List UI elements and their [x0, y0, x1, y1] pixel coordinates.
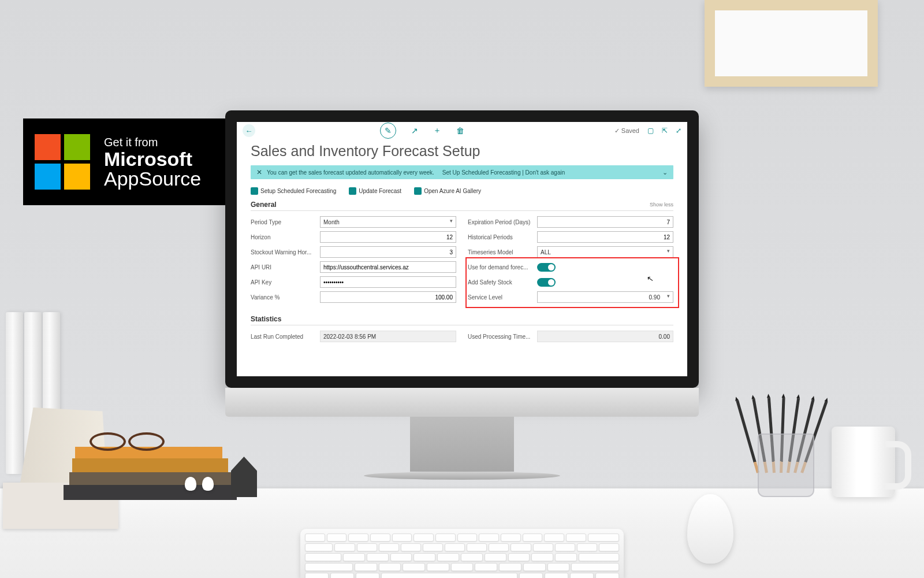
field-period-type: Period Type Month	[251, 214, 456, 229]
historical-periods-input[interactable]	[537, 231, 673, 243]
keyboard	[300, 529, 624, 578]
field-use-demand-forecast: Use for demand forec...	[468, 260, 673, 275]
share-icon[interactable]: ↗	[411, 126, 418, 135]
field-service-level: Service Level 0.90	[468, 290, 673, 305]
api-uri-input[interactable]	[320, 261, 456, 273]
popout-icon[interactable]: ▢	[647, 127, 654, 135]
used-processing-value: 0.00	[537, 331, 673, 342]
period-type-select[interactable]: Month	[320, 216, 456, 228]
saved-indicator: ✓ Saved	[614, 127, 639, 135]
expiration-period-input[interactable]	[537, 216, 673, 228]
monitor: ← ✎ ↗ ＋ 🗑 ✓ Saved ▢ ⇱ ⤢ Sa	[225, 110, 699, 480]
horizon-input[interactable]	[320, 231, 456, 243]
eyeglasses	[90, 432, 165, 449]
microsoft-logo-icon	[35, 134, 90, 190]
api-key-input[interactable]	[320, 276, 456, 288]
action-label: Update Forecast	[359, 188, 401, 194]
pin-icon[interactable]: ⇱	[662, 127, 668, 135]
pencil-cup	[758, 433, 814, 497]
timeseries-model-select[interactable]: ALL	[537, 246, 673, 258]
update-forecast-link[interactable]: Update Forecast	[349, 187, 401, 195]
field-api-uri: API URI	[251, 260, 456, 275]
field-expiration-period: Expiration Period (Days)	[468, 214, 673, 229]
field-add-safety-stock: Add Safety Stock	[468, 275, 673, 290]
expand-icon[interactable]: ⤢	[676, 127, 681, 135]
field-horizon: Horizon	[251, 229, 456, 244]
dismiss-notification-icon[interactable]: ✕	[256, 168, 262, 176]
back-button[interactable]: ←	[243, 124, 255, 137]
section-header-statistics: Statistics	[251, 315, 673, 325]
notification-bar: ✕ You can get the sales forecast updated…	[251, 165, 673, 179]
monitor-chin	[225, 388, 699, 417]
notification-message: You can get the sales forecast updated a…	[267, 169, 434, 176]
appsource-badge: Get it from Microsoft AppSource	[23, 118, 248, 205]
refresh-icon	[349, 187, 356, 195]
statistics-fields: Last Run Completed 2022-02-03 8:56 PM Us…	[251, 329, 673, 344]
delete-icon[interactable]: 🗑	[456, 126, 464, 135]
field-last-run: Last Run Completed 2022-02-03 8:56 PM	[251, 329, 456, 344]
monitor-stand-neck	[410, 417, 514, 472]
pencils	[745, 379, 814, 439]
section-title: Statistics	[251, 315, 281, 323]
notification-action-link[interactable]: Set Up Scheduled Forecasting | Don't ask…	[442, 169, 565, 176]
notification-expand-icon[interactable]: ⌄	[662, 169, 668, 176]
field-api-key: API Key	[251, 275, 456, 290]
action-label: Open Azure AI Gallery	[424, 188, 481, 194]
check-icon: ✓	[614, 127, 620, 135]
appsource-line2: Microsoft	[104, 149, 201, 169]
calendar-icon	[251, 187, 258, 195]
setup-scheduled-forecasting-link[interactable]: Setup Scheduled Forecasting	[251, 187, 336, 195]
section-title: General	[251, 201, 277, 209]
add-safety-stock-toggle[interactable]	[537, 278, 556, 287]
earbuds	[185, 477, 219, 494]
service-level-select[interactable]: 0.90	[537, 291, 673, 303]
wall-picture-frame	[705, 0, 878, 87]
variance-input[interactable]	[320, 291, 456, 303]
field-timeseries-model: Timeseries Model ALL	[468, 244, 673, 260]
field-used-processing: Used Processing Time... 0.00	[468, 329, 673, 344]
action-row: Setup Scheduled Forecasting Update Forec…	[251, 187, 673, 195]
field-historical-periods: Historical Periods	[468, 229, 673, 244]
stockout-warning-input[interactable]	[320, 246, 456, 258]
edit-button[interactable]: ✎	[380, 123, 396, 139]
saved-label: Saved	[621, 127, 639, 134]
topbar: ← ✎ ↗ ＋ 🗑 ✓ Saved ▢ ⇱ ⤢	[237, 122, 687, 139]
new-icon[interactable]: ＋	[433, 125, 441, 136]
field-variance: Variance %	[251, 290, 456, 305]
app-screen: ← ✎ ↗ ＋ 🗑 ✓ Saved ▢ ⇱ ⤢ Sa	[237, 122, 687, 376]
appsource-line1: Get it from	[104, 136, 201, 149]
last-run-value: 2022-02-03 8:56 PM	[320, 331, 456, 342]
page-title: Sales and Inventory Forecast Setup	[237, 139, 687, 165]
azure-icon	[414, 187, 422, 195]
appsource-line3: AppSource	[104, 169, 201, 188]
coffee-mug	[832, 427, 895, 497]
show-less-link[interactable]: Show less	[650, 202, 673, 208]
field-stockout-warning: Stockout Warning Hor...	[251, 244, 456, 260]
action-label: Setup Scheduled Forecasting	[260, 188, 336, 194]
open-azure-gallery-link[interactable]: Open Azure AI Gallery	[414, 187, 481, 195]
section-header-general: General Show less	[251, 201, 673, 211]
monitor-stand-base	[364, 472, 560, 480]
general-fields: Period Type Month Horizon Stockout Warni…	[251, 214, 673, 305]
use-demand-forecast-toggle[interactable]	[537, 263, 556, 272]
